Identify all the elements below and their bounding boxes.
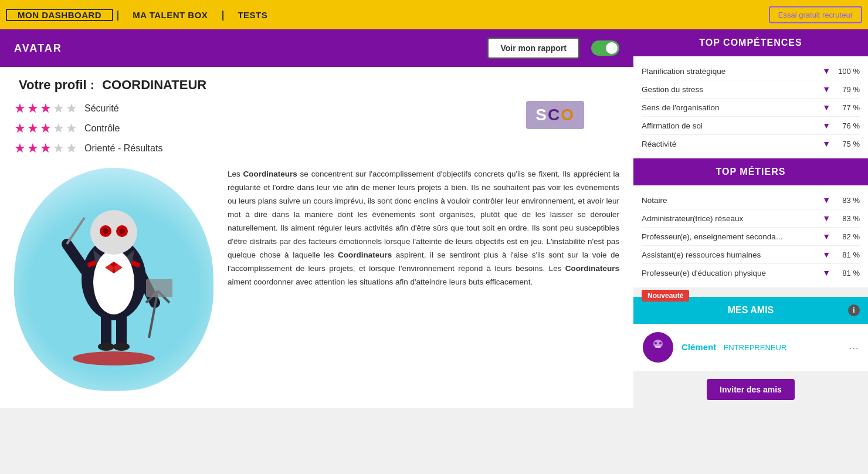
sco-o: O (561, 106, 575, 124)
svg-point-16 (113, 343, 130, 351)
competence-name-0: Planification stratégique (642, 67, 818, 76)
svg-point-15 (98, 343, 114, 351)
competence-row-2: Sens de l'organisation ▼ 77 % (642, 99, 860, 117)
metier-arrow-4[interactable]: ▼ (822, 268, 830, 277)
metier-name-2: Professeur(e), enseignement seconda... (642, 232, 818, 241)
svg-point-26 (655, 342, 657, 344)
nav-item-mon-dashboard[interactable]: MON DASHBOARD (6, 9, 113, 21)
rapport-toggle[interactable] (591, 40, 619, 56)
content-area: Les Coordinateurs se concentrent sur l'a… (0, 156, 633, 408)
metier-row-1: Administrateur(trice) réseaux ▼ 83 % (642, 209, 860, 228)
competence-name-2: Sens de l'organisation (642, 103, 818, 112)
nav-sep-2: | (218, 9, 227, 21)
star-1: ★ (14, 141, 26, 156)
ami-options-dots[interactable]: ··· (849, 341, 859, 354)
star-4: ★ (53, 101, 65, 116)
metier-arrow-0[interactable]: ▼ (822, 195, 830, 205)
star-1: ★ (14, 101, 26, 116)
competence-name-3: Affirmation de soi (642, 121, 818, 130)
sco-badge: SCO (526, 101, 584, 129)
star-1: ★ (14, 121, 26, 136)
essai-gratuit-button[interactable]: Essai gratuit recruteur (769, 6, 862, 23)
competence-row-3: Affirmation de soi ▼ 76 % (642, 117, 860, 135)
nouveaute-badge: Nouveauté (642, 290, 689, 302)
svg-point-27 (659, 342, 662, 344)
star-4: ★ (53, 141, 65, 156)
competence-arrow-2[interactable]: ▼ (822, 103, 830, 112)
competence-row-0: Planification stratégique ▼ 100 % (642, 62, 860, 80)
nav-item-tests[interactable]: TESTS (227, 10, 278, 20)
ami-info: Clément ENTREPRENEUR (681, 342, 840, 353)
ami-row: Clément ENTREPRENEUR ··· (633, 324, 868, 371)
star-5: ★ (66, 101, 77, 116)
svg-point-12 (119, 228, 125, 234)
star-2: ★ (27, 141, 39, 156)
competence-arrow-3[interactable]: ▼ (822, 121, 830, 130)
profile-section: Votre profil : COORDINATEUR (0, 67, 633, 93)
svg-rect-14 (116, 314, 127, 347)
metier-name-1: Administrateur(trice) réseaux (642, 214, 818, 223)
star-3: ★ (40, 141, 52, 156)
profile-label: Votre profil : COORDINATEUR (14, 80, 206, 92)
trait-name-securite: Sécurité (84, 103, 119, 114)
mes-amis-title: MES AMIS (728, 305, 774, 316)
top-competences-section: TOP COMPÉTENCES Planification stratégiqu… (633, 29, 868, 158)
avatar-bar: AVATAR Voir mon rapport (0, 29, 633, 67)
metier-pct-3: 81 % (835, 250, 860, 259)
competence-arrow-0[interactable]: ▼ (822, 66, 830, 76)
ami-robot-icon (647, 336, 669, 358)
competence-pct-3: 76 % (835, 121, 860, 130)
svg-point-8 (90, 210, 137, 255)
star-3: ★ (40, 101, 52, 116)
star-3: ★ (40, 121, 52, 136)
metier-row-3: Assistant(e) ressources humaines ▼ 81 % (642, 246, 860, 264)
metier-pct-4: 81 % (835, 269, 860, 277)
trait-row-controle: ★ ★ ★ ★ ★ Contrôle (14, 121, 162, 136)
right-panel: TOP COMPÉTENCES Planification stratégiqu… (633, 29, 868, 408)
competence-row-1: Gestion du stress ▼ 79 % (642, 80, 860, 99)
ami-name: Clément (681, 342, 716, 352)
traits-list: ★ ★ ★ ★ ★ Sécurité ★ ★ ★ ★ ★ (14, 101, 162, 156)
left-panel: AVATAR Voir mon rapport Votre profil : C… (0, 29, 633, 408)
metier-row-4: Professeur(e) d'éducation physique ▼ 81 … (642, 264, 860, 282)
profile-name: COORDINATEUR (102, 77, 206, 92)
metier-name-3: Assistant(e) ressources humaines (642, 250, 818, 259)
nav-sep-1: | (113, 9, 122, 21)
star-2: ★ (27, 101, 39, 116)
stars-securite: ★ ★ ★ ★ ★ (14, 101, 77, 116)
stars-controle: ★ ★ ★ ★ ★ (14, 121, 77, 136)
star-5: ★ (66, 121, 77, 136)
main-layout: AVATAR Voir mon rapport Votre profil : C… (0, 29, 868, 408)
inviter-amis-button[interactable]: Inviter des amis (707, 379, 795, 400)
metier-arrow-1[interactable]: ▼ (822, 214, 830, 223)
nav-item-ma-talent-box[interactable]: MA TALENT BOX (122, 10, 218, 20)
traits-section: ★ ★ ★ ★ ★ Sécurité ★ ★ ★ ★ ★ (0, 93, 633, 156)
trait-name-oriente: Orienté - Résultats (84, 143, 162, 154)
stars-oriente: ★ ★ ★ ★ ★ (14, 141, 77, 156)
svg-line-7 (67, 218, 84, 244)
voir-rapport-button[interactable]: Voir mon rapport (487, 38, 579, 59)
competence-row-4: Réactivité ▼ 75 % (642, 135, 860, 153)
top-nav: MON DASHBOARD | MA TALENT BOX | TESTS Es… (0, 0, 868, 29)
metier-name-0: Notaire (642, 196, 818, 205)
metier-name-4: Professeur(e) d'éducation physique (642, 269, 818, 277)
metier-arrow-3[interactable]: ▼ (822, 250, 830, 259)
avatar-title: AVATAR (14, 42, 476, 55)
competences-list: Planification stratégique ▼ 100 % Gestio… (633, 56, 868, 158)
metier-pct-0: 83 % (835, 196, 860, 205)
metier-row-2: Professeur(e), enseignement seconda... ▼… (642, 228, 860, 246)
sco-c: C (548, 106, 561, 124)
competence-arrow-1[interactable]: ▼ (822, 84, 830, 94)
trait-row-oriente: ★ ★ ★ ★ ★ Orienté - Résultats (14, 141, 162, 156)
star-4: ★ (53, 121, 65, 136)
profile-label-text: Votre profil : (19, 77, 94, 92)
competence-arrow-4[interactable]: ▼ (822, 139, 830, 148)
ami-type: ENTREPRENEUR (724, 343, 787, 352)
info-icon[interactable]: i (848, 304, 860, 316)
metier-arrow-2[interactable]: ▼ (822, 232, 830, 241)
competence-pct-4: 75 % (835, 140, 860, 148)
svg-rect-28 (655, 346, 661, 348)
avatar-image (14, 168, 213, 391)
competence-name-4: Réactivité (642, 140, 818, 148)
top-metiers-section: TOP MÉTIERS Notaire ▼ 83 % Administrateu… (633, 158, 868, 287)
